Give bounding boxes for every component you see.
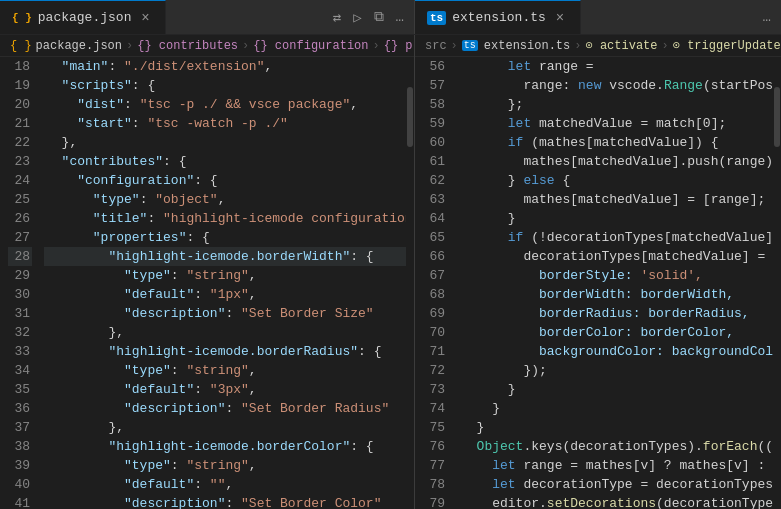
split-view-btn[interactable]: ⧉ xyxy=(370,7,388,27)
line-number: 22 xyxy=(8,133,32,152)
code-line: "configuration": { xyxy=(44,171,406,190)
code-line: "default": "1px", xyxy=(44,285,406,304)
right-editor-pane: src › ts extension.ts › ⊙ activate › ⊙ t… xyxy=(415,35,781,509)
tab-close-package-json[interactable]: × xyxy=(137,10,153,26)
code-line: } xyxy=(459,399,773,418)
bc-sep2: › xyxy=(242,39,249,53)
code-line: borderColor: borderColor, xyxy=(459,323,773,342)
line-number: 33 xyxy=(8,342,32,361)
left-scrollbar[interactable] xyxy=(406,57,414,509)
bc-src[interactable]: src xyxy=(425,39,447,53)
code-line: }; xyxy=(459,95,773,114)
ts-icon: ts xyxy=(427,11,446,25)
code-line: "type": "string", xyxy=(44,361,406,380)
bc-sep-r3: › xyxy=(662,39,669,53)
line-number: 18 xyxy=(8,57,32,76)
code-line: if (!decorationTypes[matchedValue]) { xyxy=(459,228,773,247)
line-number: 30 xyxy=(8,285,32,304)
code-line: }, xyxy=(44,323,406,342)
line-number: 23 xyxy=(8,152,32,171)
code-line: "type": "object", xyxy=(44,190,406,209)
bc-sep1: › xyxy=(126,39,133,53)
bc-trigger-update[interactable]: ⊙ triggerUpdateDecor... xyxy=(673,38,781,53)
bc-ts-icon: ts xyxy=(462,40,478,51)
right-scrollbar[interactable] xyxy=(773,57,781,509)
code-line: "default": "3px", xyxy=(44,380,406,399)
code-line: let matchedValue = match[0]; xyxy=(459,114,773,133)
code-line: "description": "Set Border Radius" xyxy=(44,399,406,418)
line-number: 58 xyxy=(423,95,447,114)
more-actions-btn[interactable]: … xyxy=(392,7,408,27)
line-number: 25 xyxy=(8,190,32,209)
code-line: "main": "./dist/extension", xyxy=(44,57,406,76)
tab-close-extension-ts[interactable]: × xyxy=(552,10,568,26)
right-tab-group: ts extension.ts × … xyxy=(415,0,781,34)
code-line: borderStyle: 'solid', xyxy=(459,266,773,285)
code-line: "contributes": { xyxy=(44,152,406,171)
code-line: "highlight-icemode.borderRadius": { xyxy=(44,342,406,361)
right-code-area[interactable]: let range = range: new vscode.Range(star… xyxy=(455,57,773,509)
line-number: 72 xyxy=(423,361,447,380)
line-number: 57 xyxy=(423,76,447,95)
code-line: editor.setDecorations(decorationType, ra… xyxy=(459,494,773,509)
bc-activate[interactable]: ⊙ activate xyxy=(585,38,657,53)
code-line: } xyxy=(459,418,773,437)
right-breadcrumb: src › ts extension.ts › ⊙ activate › ⊙ t… xyxy=(415,35,781,57)
bc-sep-r2: › xyxy=(574,39,581,53)
line-number: 64 xyxy=(423,209,447,228)
left-tab-group: { } package.json × ⇄ ▷ ⧉ … xyxy=(0,0,415,34)
left-editor-content: 1819202122232425262728293031323334353637… xyxy=(0,57,414,509)
right-editor-content: 5657585960616263646566676869707172737475… xyxy=(415,57,781,509)
line-number: 19 xyxy=(8,76,32,95)
line-number: 56 xyxy=(423,57,447,76)
bc-properties[interactable]: {} properties xyxy=(384,39,414,53)
bc-extension-ts[interactable]: extension.ts xyxy=(484,39,570,53)
main-area: { } package.json › {} contributes › {} c… xyxy=(0,35,781,509)
line-number: 31 xyxy=(8,304,32,323)
code-line: "type": "string", xyxy=(44,266,406,285)
tab-extension-ts[interactable]: ts extension.ts × xyxy=(415,0,581,34)
left-editor-pane: { } package.json › {} contributes › {} c… xyxy=(0,35,415,509)
code-line: "title": "highlight-icemode configuratio… xyxy=(44,209,406,228)
line-number: 26 xyxy=(8,209,32,228)
right-more-actions-btn[interactable]: … xyxy=(759,7,775,27)
line-number: 41 xyxy=(8,494,32,509)
line-number: 77 xyxy=(423,456,447,475)
line-number: 61 xyxy=(423,152,447,171)
code-line: "highlight-icemode.borderColor": { xyxy=(44,437,406,456)
bc-package-json[interactable]: package.json xyxy=(36,39,122,53)
code-line: "scripts": { xyxy=(44,76,406,95)
line-number: 78 xyxy=(423,475,447,494)
code-line: "default": "", xyxy=(44,475,406,494)
code-line: mathes[matchedValue].push(range); xyxy=(459,152,773,171)
line-number: 40 xyxy=(8,475,32,494)
line-number: 63 xyxy=(423,190,447,209)
left-line-numbers: 1819202122232425262728293031323334353637… xyxy=(0,57,40,509)
code-line: "description": "Set Border Color" xyxy=(44,494,406,509)
right-scrollbar-thumb[interactable] xyxy=(774,87,780,147)
bc-contributes[interactable]: {} contributes xyxy=(137,39,238,53)
code-line: let decorationType = decorationTypes[v]; xyxy=(459,475,773,494)
line-number: 38 xyxy=(8,437,32,456)
line-number: 75 xyxy=(423,418,447,437)
right-tab-actions: … xyxy=(753,0,781,34)
tab-package-json[interactable]: { } package.json × xyxy=(0,0,166,34)
run-btn[interactable]: ▷ xyxy=(349,7,365,28)
line-number: 60 xyxy=(423,133,447,152)
line-number: 28 xyxy=(8,247,32,266)
code-line: }); xyxy=(459,361,773,380)
bc-configuration[interactable]: {} configuration xyxy=(253,39,368,53)
line-number: 74 xyxy=(423,399,447,418)
line-number: 76 xyxy=(423,437,447,456)
line-number: 68 xyxy=(423,285,447,304)
code-line: }, xyxy=(44,133,406,152)
left-code-area[interactable]: "main": "./dist/extension", "scripts": {… xyxy=(40,57,406,509)
line-number: 66 xyxy=(423,247,447,266)
line-number: 34 xyxy=(8,361,32,380)
json-icon: { } xyxy=(12,12,32,24)
line-number: 37 xyxy=(8,418,32,437)
line-number: 27 xyxy=(8,228,32,247)
left-scrollbar-thumb[interactable] xyxy=(407,87,413,147)
split-editor-btn[interactable]: ⇄ xyxy=(329,7,345,28)
bc-sep-r1: › xyxy=(451,39,458,53)
